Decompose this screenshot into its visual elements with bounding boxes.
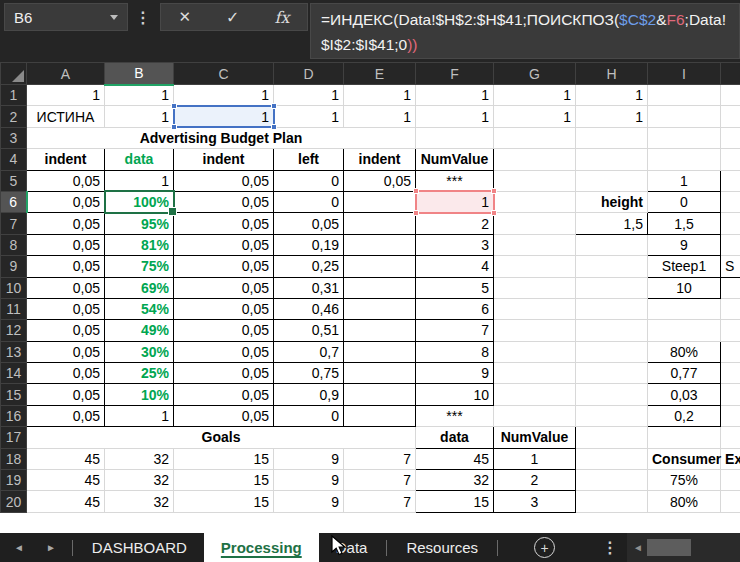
- cell-G6[interactable]: [494, 191, 576, 212]
- cell-G14[interactable]: [494, 363, 576, 384]
- cell-F7[interactable]: 2: [416, 213, 494, 234]
- cell-G15[interactable]: [494, 384, 576, 405]
- cell-H19[interactable]: [576, 470, 648, 491]
- cell-C14[interactable]: 0,05: [174, 363, 274, 384]
- cell-J4[interactable]: [721, 149, 740, 170]
- cell-F18[interactable]: 45: [416, 448, 494, 469]
- cell-J1[interactable]: [721, 85, 740, 106]
- cell-A19[interactable]: 45: [27, 470, 105, 491]
- cell-B1[interactable]: 1: [105, 85, 174, 106]
- cell-D20[interactable]: 9: [274, 491, 344, 512]
- cell-B18[interactable]: 32: [105, 448, 174, 469]
- cell-D14[interactable]: 0,75: [274, 363, 344, 384]
- cell-A2[interactable]: ИСТИНА: [27, 106, 105, 127]
- cell-J17[interactable]: [721, 427, 740, 448]
- formula-bar[interactable]: =ИНДЕКС(Data!$H$2:$H$41;ПОИСКПОЗ($C$2&F6…: [310, 3, 740, 59]
- add-sheet-button[interactable]: +: [534, 537, 555, 558]
- cell-F13[interactable]: 8: [416, 341, 494, 362]
- row-header-19[interactable]: 19: [1, 470, 27, 491]
- cell-C13[interactable]: 0,05: [174, 341, 274, 362]
- cell-I16[interactable]: 0,2: [648, 405, 721, 426]
- row-header-12[interactable]: 12: [1, 320, 27, 341]
- cell-C7[interactable]: 0,05: [174, 213, 274, 234]
- toolbar-menu-dots-icon[interactable]: ⋮: [134, 3, 152, 31]
- cell-D10[interactable]: 0,31: [274, 277, 344, 298]
- cell-E11[interactable]: [344, 298, 416, 319]
- cell-I9[interactable]: Steep1: [648, 256, 721, 277]
- cell-B13[interactable]: 30%: [105, 341, 174, 362]
- row-header-4[interactable]: 4: [1, 149, 27, 170]
- cell-D11[interactable]: 0,46: [274, 298, 344, 319]
- row-header-2[interactable]: 2: [1, 106, 27, 127]
- cell-I17[interactable]: [648, 427, 721, 448]
- cell-J3[interactable]: [721, 127, 740, 148]
- cell-E13[interactable]: [344, 341, 416, 362]
- name-box[interactable]: B6: [4, 3, 128, 31]
- cell-J5[interactable]: [721, 170, 740, 191]
- cell-I14[interactable]: 0,77: [648, 363, 721, 384]
- cell-B10[interactable]: 69%: [105, 277, 174, 298]
- cell-I1[interactable]: [648, 85, 721, 106]
- cell-E12[interactable]: [344, 320, 416, 341]
- cell-H9[interactable]: [576, 256, 648, 277]
- cell-H13[interactable]: [576, 341, 648, 362]
- cell-F15[interactable]: 10: [416, 384, 494, 405]
- cell-I8[interactable]: 9: [648, 234, 721, 255]
- cell-H17[interactable]: [576, 427, 648, 448]
- cell-C16[interactable]: 0,05: [174, 405, 274, 426]
- cell-I7[interactable]: 1,5: [648, 213, 721, 234]
- cell-G9[interactable]: [494, 256, 576, 277]
- hscroll-left-icon[interactable]: ◄: [633, 542, 643, 553]
- cell-H2[interactable]: 1: [576, 106, 648, 127]
- cell-H10[interactable]: [576, 277, 648, 298]
- cell-G13[interactable]: [494, 341, 576, 362]
- cell-E5[interactable]: 0,05: [344, 170, 416, 191]
- cell-B5[interactable]: 1: [105, 170, 174, 191]
- cell-J8[interactable]: [721, 234, 740, 255]
- cell-E9[interactable]: [344, 256, 416, 277]
- cell-I4[interactable]: [648, 149, 721, 170]
- cell-J20[interactable]: [721, 491, 740, 512]
- cell-F4[interactable]: NumValue: [416, 149, 494, 170]
- cell-I10[interactable]: 10: [648, 277, 721, 298]
- cell-B6[interactable]: 100%: [105, 191, 174, 212]
- cell-D18[interactable]: 9: [274, 448, 344, 469]
- cell-D9[interactable]: 0,25: [274, 256, 344, 277]
- cell-C9[interactable]: 0,05: [174, 256, 274, 277]
- cell-B15[interactable]: 10%: [105, 384, 174, 405]
- cell-F16[interactable]: ***: [416, 405, 494, 426]
- cell-G18[interactable]: 1: [494, 448, 576, 469]
- cell-H18[interactable]: [576, 448, 648, 469]
- cell-G4[interactable]: [494, 149, 576, 170]
- cell-G17[interactable]: NumValue: [494, 427, 576, 448]
- cell-E16[interactable]: [344, 405, 416, 426]
- cell-C15[interactable]: 0,05: [174, 384, 274, 405]
- cell-B7[interactable]: 95%: [105, 213, 174, 234]
- cell-F5[interactable]: ***: [416, 170, 494, 191]
- sheet-menu-dots-icon[interactable]: ⋮: [601, 538, 619, 557]
- cell-A5[interactable]: 0,05: [27, 170, 105, 191]
- column-header-C[interactable]: C: [174, 63, 274, 85]
- cell-H5[interactable]: [576, 170, 648, 191]
- cell-F10[interactable]: 5: [416, 277, 494, 298]
- cell-J15[interactable]: [721, 384, 740, 405]
- cell-C10[interactable]: 0,05: [174, 277, 274, 298]
- cell-C6[interactable]: 0,05: [174, 191, 274, 212]
- cell-E19[interactable]: 7: [344, 470, 416, 491]
- cell-A17[interactable]: Goals: [27, 427, 416, 448]
- fill-handle[interactable]: [168, 207, 177, 216]
- cell-A11[interactable]: 0,05: [27, 298, 105, 319]
- cell-J12[interactable]: [721, 320, 740, 341]
- cell-B2[interactable]: 1: [105, 106, 174, 127]
- enter-button[interactable]: ✓: [226, 8, 239, 27]
- cell-J14[interactable]: [721, 363, 740, 384]
- cell-G12[interactable]: [494, 320, 576, 341]
- select-all-corner[interactable]: [1, 63, 27, 85]
- cell-E20[interactable]: 7: [344, 491, 416, 512]
- cell-B8[interactable]: 81%: [105, 234, 174, 255]
- cell-A15[interactable]: 0,05: [27, 384, 105, 405]
- cell-E14[interactable]: [344, 363, 416, 384]
- column-header-B[interactable]: B: [105, 63, 174, 85]
- cell-B16[interactable]: 1: [105, 405, 174, 426]
- cell-A18[interactable]: 45: [27, 448, 105, 469]
